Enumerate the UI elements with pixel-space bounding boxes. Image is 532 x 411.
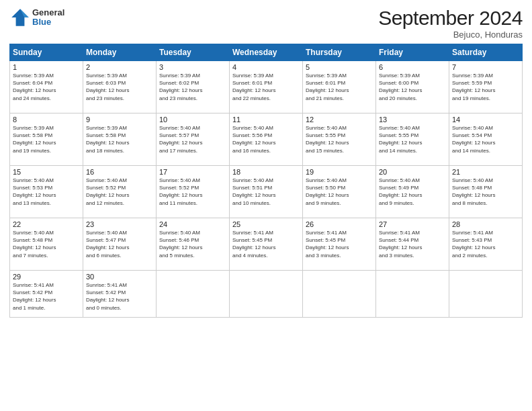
day-number: 8 bbox=[13, 116, 80, 124]
day-number: 1 bbox=[13, 63, 80, 71]
calendar-header-sunday: Sunday bbox=[10, 44, 83, 61]
calendar-cell bbox=[376, 271, 449, 318]
day-number: 22 bbox=[13, 220, 80, 228]
calendar-cell: 1Sunrise: 5:39 AM Sunset: 6:04 PM Daylig… bbox=[10, 61, 83, 113]
calendar-header-tuesday: Tuesday bbox=[157, 44, 230, 61]
day-info: Sunrise: 5:41 AM Sunset: 5:42 PM Dayligh… bbox=[13, 281, 80, 312]
day-info: Sunrise: 5:40 AM Sunset: 5:48 PM Dayligh… bbox=[452, 177, 519, 207]
calendar-cell: 9Sunrise: 5:39 AM Sunset: 5:58 PM Daylig… bbox=[83, 113, 157, 166]
calendar-header-row: SundayMondayTuesdayWednesdayThursdayFrid… bbox=[10, 44, 523, 61]
calendar-cell: 3Sunrise: 5:39 AM Sunset: 6:02 PM Daylig… bbox=[157, 61, 230, 113]
calendar-cell: 2Sunrise: 5:39 AM Sunset: 6:03 PM Daylig… bbox=[83, 61, 157, 113]
logo-text: General Blue bbox=[32, 8, 64, 28]
day-info: Sunrise: 5:40 AM Sunset: 5:53 PM Dayligh… bbox=[13, 177, 80, 207]
day-number: 27 bbox=[379, 220, 446, 228]
day-info: Sunrise: 5:41 AM Sunset: 5:45 PM Dayligh… bbox=[232, 229, 300, 259]
day-info: Sunrise: 5:39 AM Sunset: 6:01 PM Dayligh… bbox=[306, 72, 373, 102]
day-number: 2 bbox=[86, 63, 153, 71]
day-info: Sunrise: 5:40 AM Sunset: 5:54 PM Dayligh… bbox=[452, 124, 519, 154]
calendar-week-row: 8Sunrise: 5:39 AM Sunset: 5:58 PM Daylig… bbox=[10, 113, 523, 166]
title-section: September 2024 Bejuco, Honduras bbox=[378, 7, 523, 40]
calendar-table: SundayMondayTuesdayWednesdayThursdayFrid… bbox=[9, 44, 523, 318]
day-number: 6 bbox=[379, 63, 446, 71]
day-number: 10 bbox=[159, 116, 226, 124]
day-info: Sunrise: 5:40 AM Sunset: 5:52 PM Dayligh… bbox=[159, 177, 226, 207]
location: Bejuco, Honduras bbox=[378, 30, 523, 40]
day-number: 11 bbox=[232, 116, 300, 124]
day-number: 16 bbox=[86, 168, 153, 176]
calendar-cell: 7Sunrise: 5:39 AM Sunset: 5:59 PM Daylig… bbox=[449, 61, 523, 113]
calendar-header-thursday: Thursday bbox=[303, 44, 376, 61]
day-number: 15 bbox=[13, 168, 80, 176]
day-number: 4 bbox=[232, 63, 300, 71]
day-number: 3 bbox=[159, 63, 226, 71]
day-number: 9 bbox=[86, 116, 153, 124]
calendar-cell bbox=[230, 271, 303, 318]
day-info: Sunrise: 5:40 AM Sunset: 5:51 PM Dayligh… bbox=[232, 177, 300, 207]
calendar-cell: 26Sunrise: 5:41 AM Sunset: 5:45 PM Dayli… bbox=[303, 218, 376, 271]
calendar-cell: 18Sunrise: 5:40 AM Sunset: 5:51 PM Dayli… bbox=[230, 166, 303, 218]
logo-blue: Blue bbox=[32, 17, 64, 27]
day-number: 28 bbox=[452, 220, 519, 228]
calendar-cell: 27Sunrise: 5:41 AM Sunset: 5:44 PM Dayli… bbox=[376, 218, 449, 271]
calendar-week-row: 29Sunrise: 5:41 AM Sunset: 5:42 PM Dayli… bbox=[10, 271, 523, 318]
calendar-week-row: 22Sunrise: 5:40 AM Sunset: 5:48 PM Dayli… bbox=[10, 218, 523, 271]
day-number: 24 bbox=[159, 220, 226, 228]
day-info: Sunrise: 5:39 AM Sunset: 6:00 PM Dayligh… bbox=[379, 72, 446, 102]
day-info: Sunrise: 5:40 AM Sunset: 5:57 PM Dayligh… bbox=[159, 124, 226, 154]
calendar-cell: 4Sunrise: 5:39 AM Sunset: 6:01 PM Daylig… bbox=[230, 61, 303, 113]
page: General Blue September 2024 Bejuco, Hond… bbox=[0, 0, 532, 411]
day-info: Sunrise: 5:41 AM Sunset: 5:45 PM Dayligh… bbox=[306, 229, 373, 259]
calendar-cell bbox=[449, 271, 523, 318]
calendar-cell: 15Sunrise: 5:40 AM Sunset: 5:53 PM Dayli… bbox=[10, 166, 83, 218]
calendar-cell: 11Sunrise: 5:40 AM Sunset: 5:56 PM Dayli… bbox=[230, 113, 303, 166]
month-year: September 2024 bbox=[378, 7, 523, 30]
calendar-week-row: 15Sunrise: 5:40 AM Sunset: 5:53 PM Dayli… bbox=[10, 166, 523, 218]
day-info: Sunrise: 5:40 AM Sunset: 5:56 PM Dayligh… bbox=[232, 124, 300, 154]
header: General Blue September 2024 Bejuco, Hond… bbox=[9, 7, 523, 40]
day-info: Sunrise: 5:39 AM Sunset: 5:58 PM Dayligh… bbox=[13, 124, 80, 154]
calendar-cell: 6Sunrise: 5:39 AM Sunset: 6:00 PM Daylig… bbox=[376, 61, 449, 113]
day-info: Sunrise: 5:40 AM Sunset: 5:55 PM Dayligh… bbox=[306, 124, 373, 154]
day-info: Sunrise: 5:39 AM Sunset: 6:04 PM Dayligh… bbox=[13, 72, 80, 102]
day-info: Sunrise: 5:40 AM Sunset: 5:50 PM Dayligh… bbox=[306, 177, 373, 207]
calendar-cell: 25Sunrise: 5:41 AM Sunset: 5:45 PM Dayli… bbox=[230, 218, 303, 271]
day-number: 12 bbox=[306, 116, 373, 124]
calendar-cell bbox=[157, 271, 230, 318]
day-info: Sunrise: 5:40 AM Sunset: 5:47 PM Dayligh… bbox=[86, 229, 153, 259]
calendar-cell: 19Sunrise: 5:40 AM Sunset: 5:50 PM Dayli… bbox=[303, 166, 376, 218]
calendar-cell: 23Sunrise: 5:40 AM Sunset: 5:47 PM Dayli… bbox=[83, 218, 157, 271]
calendar-cell: 30Sunrise: 5:41 AM Sunset: 5:42 PM Dayli… bbox=[83, 271, 157, 318]
day-info: Sunrise: 5:40 AM Sunset: 5:48 PM Dayligh… bbox=[13, 229, 80, 259]
day-info: Sunrise: 5:39 AM Sunset: 6:03 PM Dayligh… bbox=[86, 72, 153, 102]
day-info: Sunrise: 5:39 AM Sunset: 6:01 PM Dayligh… bbox=[232, 72, 300, 102]
calendar-cell: 29Sunrise: 5:41 AM Sunset: 5:42 PM Dayli… bbox=[10, 271, 83, 318]
day-info: Sunrise: 5:41 AM Sunset: 5:42 PM Dayligh… bbox=[86, 281, 153, 312]
calendar-cell bbox=[303, 271, 376, 318]
calendar-header-monday: Monday bbox=[83, 44, 157, 61]
calendar-cell: 12Sunrise: 5:40 AM Sunset: 5:55 PM Dayli… bbox=[303, 113, 376, 166]
calendar-cell: 24Sunrise: 5:40 AM Sunset: 5:46 PM Dayli… bbox=[157, 218, 230, 271]
calendar-cell: 20Sunrise: 5:40 AM Sunset: 5:49 PM Dayli… bbox=[376, 166, 449, 218]
day-number: 20 bbox=[379, 168, 446, 176]
calendar-header-friday: Friday bbox=[376, 44, 449, 61]
calendar-cell: 14Sunrise: 5:40 AM Sunset: 5:54 PM Dayli… bbox=[449, 113, 523, 166]
calendar-header-wednesday: Wednesday bbox=[230, 44, 303, 61]
day-info: Sunrise: 5:39 AM Sunset: 5:59 PM Dayligh… bbox=[452, 72, 519, 102]
calendar-cell: 8Sunrise: 5:39 AM Sunset: 5:58 PM Daylig… bbox=[10, 113, 83, 166]
day-info: Sunrise: 5:40 AM Sunset: 5:55 PM Dayligh… bbox=[379, 124, 446, 154]
calendar-cell: 10Sunrise: 5:40 AM Sunset: 5:57 PM Dayli… bbox=[157, 113, 230, 166]
day-number: 30 bbox=[86, 273, 153, 281]
day-number: 29 bbox=[13, 273, 80, 281]
day-number: 21 bbox=[452, 168, 519, 176]
day-number: 13 bbox=[379, 116, 446, 124]
day-info: Sunrise: 5:41 AM Sunset: 5:44 PM Dayligh… bbox=[379, 229, 446, 259]
logo: General Blue bbox=[9, 7, 64, 28]
day-number: 23 bbox=[86, 220, 153, 228]
day-number: 7 bbox=[452, 63, 519, 71]
day-number: 18 bbox=[232, 168, 300, 176]
calendar-cell: 13Sunrise: 5:40 AM Sunset: 5:55 PM Dayli… bbox=[376, 113, 449, 166]
day-info: Sunrise: 5:40 AM Sunset: 5:52 PM Dayligh… bbox=[86, 177, 153, 207]
day-number: 5 bbox=[306, 63, 373, 71]
calendar-cell: 5Sunrise: 5:39 AM Sunset: 6:01 PM Daylig… bbox=[303, 61, 376, 113]
